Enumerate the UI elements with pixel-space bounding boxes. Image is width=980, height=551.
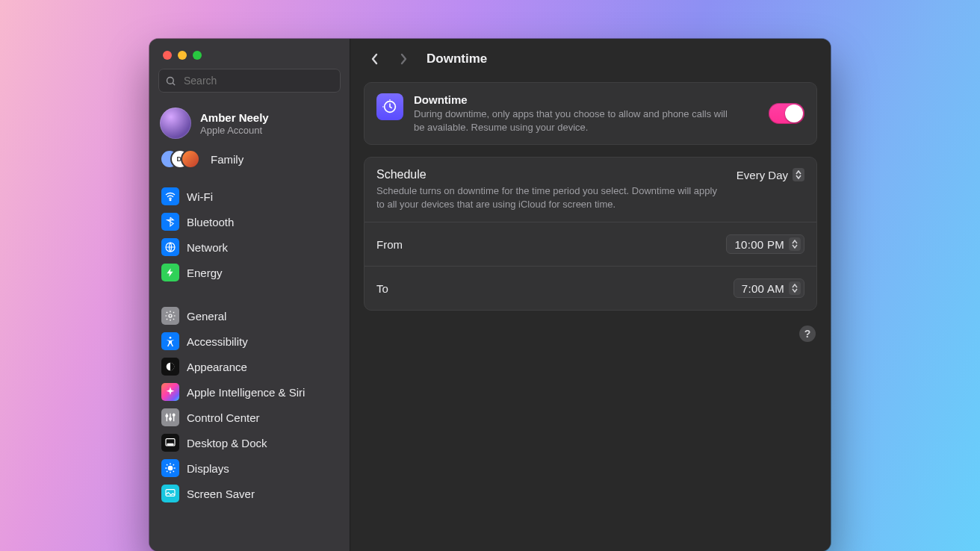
accessibility-icon (161, 332, 179, 350)
svg-point-5 (170, 337, 172, 339)
svg-point-11 (170, 418, 172, 420)
bluetooth-icon (161, 213, 179, 231)
sidebar-item-screen-saver[interactable]: Screen Saver (155, 481, 344, 506)
sidebar-item-network[interactable]: Network (155, 234, 344, 260)
wifi-icon (161, 187, 179, 205)
sidebar-item-label: Desktop & Dock (187, 437, 267, 449)
chevron-up-down-icon (793, 168, 804, 181)
svg-line-1 (173, 83, 175, 85)
search-field[interactable] (158, 69, 341, 93)
sidebar-item-appearance[interactable]: Appearance (155, 354, 344, 379)
svg-rect-14 (167, 443, 173, 445)
chevron-left-icon (370, 53, 379, 65)
schedule-mode-value: Every Day (736, 169, 788, 181)
svg-point-10 (166, 415, 168, 417)
sidebar: Amber Neely Apple Account DI Family Wi-F… (149, 39, 350, 551)
window-controls (149, 39, 350, 69)
bolt-icon (161, 264, 179, 281)
stepper-icon[interactable] (789, 281, 801, 295)
sidebar-item-family[interactable]: DI Family (149, 145, 350, 179)
schedule-title: Schedule (376, 168, 427, 181)
titlebar: Downtime (350, 39, 831, 79)
settings-window: Amber Neely Apple Account DI Family Wi-F… (149, 39, 831, 551)
downtime-description: During downtime, only apps that you choo… (414, 108, 735, 134)
screensaver-icon (161, 485, 179, 502)
downtime-toggle[interactable] (769, 103, 804, 124)
page-title: Downtime (427, 52, 487, 66)
stepper-icon[interactable] (789, 237, 801, 251)
svg-point-12 (173, 414, 175, 416)
sidebar-item-label: Energy (187, 267, 223, 279)
appearance-icon (161, 358, 179, 376)
dock-icon (161, 434, 179, 452)
sidebar-item-energy[interactable]: Energy (155, 260, 344, 285)
sidebar-item-label: Accessibility (187, 335, 248, 348)
sidebar-item-label: Wi-Fi (187, 190, 213, 203)
downtime-icon (376, 93, 403, 120)
svg-point-2 (170, 199, 171, 201)
sidebar-item-general[interactable]: General (155, 303, 344, 329)
content-pane: Downtime Downtime During downtime, only … (350, 39, 831, 551)
family-label: Family (211, 153, 244, 166)
sidebar-item-label: Bluetooth (187, 216, 234, 228)
sidebar-item-label: Screen Saver (187, 488, 255, 500)
svg-point-4 (169, 314, 172, 317)
gear-icon (161, 307, 179, 325)
globe-icon (161, 238, 179, 256)
schedule-to-row: To 7:00 AM (376, 277, 804, 299)
nav-back-button[interactable] (365, 49, 385, 69)
sidebar-item-label: Apple Intelligence & Siri (187, 386, 305, 399)
close-window-button[interactable] (163, 51, 172, 60)
sidebar-item-displays[interactable]: Displays (155, 455, 344, 481)
from-label: From (376, 238, 403, 251)
sidebar-item-label: Displays (187, 462, 229, 475)
account-subtitle: Apple Account (200, 125, 269, 136)
sidebar-item-bluetooth[interactable]: Bluetooth (155, 209, 344, 234)
schedule-from-row: From 10:00 PM (376, 233, 804, 255)
sidebar-item-desktop-dock[interactable]: Desktop & Dock (155, 430, 344, 455)
schedule-description: Schedule turns on downtime for the time … (376, 184, 728, 211)
to-time-value: 7:00 AM (742, 282, 784, 295)
sun-icon (161, 459, 179, 477)
search-input[interactable] (182, 74, 334, 87)
search-icon (165, 75, 176, 87)
sidebar-item-wi-fi[interactable]: Wi-Fi (155, 184, 344, 209)
svg-point-15 (168, 466, 172, 470)
to-label: To (376, 282, 388, 295)
sidebar-item-control-center[interactable]: Control Center (155, 405, 344, 430)
family-avatars: DI (160, 149, 202, 169)
sidebar-item-apple-intelligence-siri[interactable]: Apple Intelligence & Siri (155, 379, 344, 405)
chevron-right-icon (399, 53, 408, 65)
sidebar-item-label: Network (187, 241, 228, 254)
downtime-title: Downtime (414, 93, 735, 106)
sidebar-item-label: General (187, 310, 226, 323)
zoom-window-button[interactable] (193, 51, 202, 60)
sliders-icon (161, 408, 179, 426)
account-name: Amber Neely (200, 111, 269, 124)
nav-forward-button[interactable] (394, 49, 413, 69)
to-time-field[interactable]: 7:00 AM (734, 278, 804, 298)
schedule-mode-select[interactable]: Every Day (736, 168, 804, 181)
sparkle-icon (161, 383, 179, 401)
sidebar-item-accessibility[interactable]: Accessibility (155, 329, 344, 354)
sidebar-item-label: Control Center (187, 411, 260, 424)
schedule-card: Schedule Every Day Schedule turns on dow… (364, 157, 817, 311)
svg-point-0 (167, 77, 174, 84)
minimize-window-button[interactable] (178, 51, 187, 60)
user-avatar (160, 108, 191, 139)
from-time-field[interactable]: 10:00 PM (726, 234, 804, 254)
downtime-card: Downtime During downtime, only apps that… (364, 82, 817, 145)
help-button[interactable]: ? (799, 326, 816, 342)
sidebar-item-label: Appearance (187, 361, 247, 373)
from-time-value: 10:00 PM (734, 238, 784, 251)
help-icon: ? (804, 328, 811, 340)
sidebar-item-apple-account[interactable]: Amber Neely Apple Account (149, 100, 350, 145)
